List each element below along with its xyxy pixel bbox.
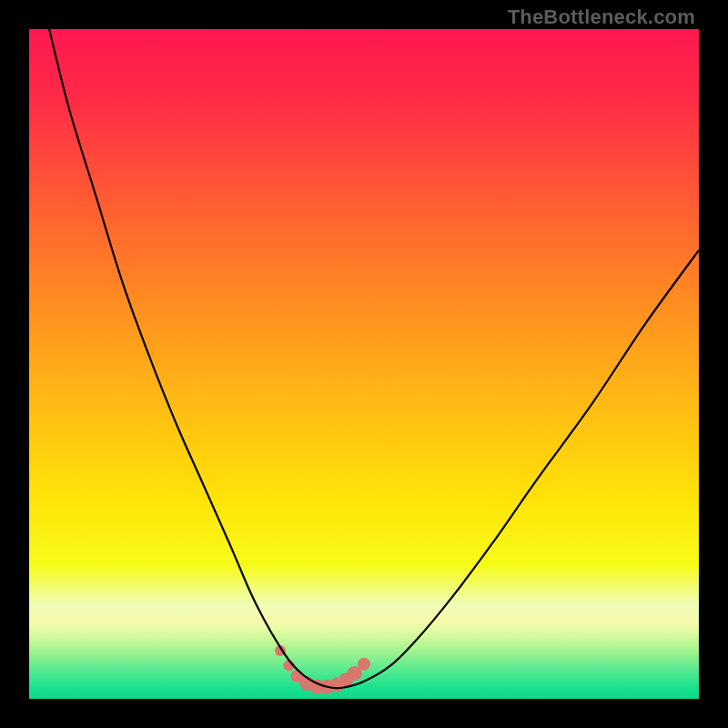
watermark-label: TheBottleneck.com xyxy=(508,5,695,29)
gradient-background xyxy=(29,29,699,699)
plot-area xyxy=(29,29,699,699)
chart-canvas xyxy=(29,29,699,699)
marker-dot xyxy=(358,658,370,671)
chart-frame xyxy=(29,29,699,699)
